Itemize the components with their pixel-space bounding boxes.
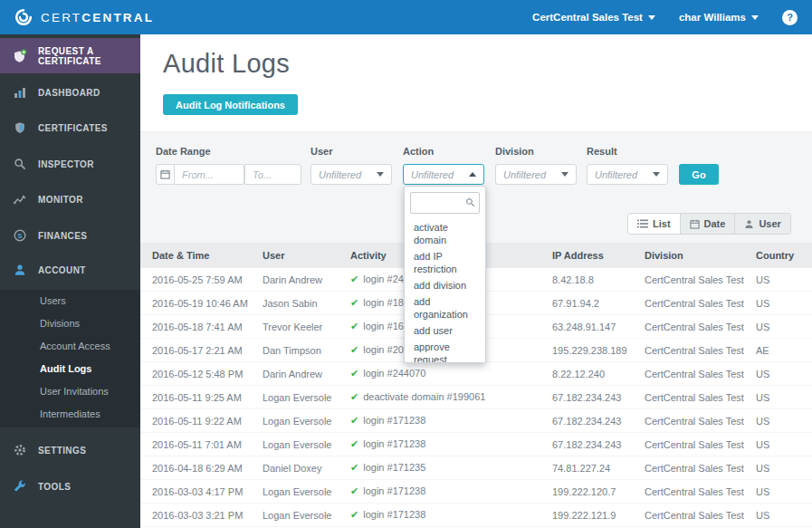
magnifier-icon — [13, 158, 27, 170]
dropdown-option[interactable]: approve request — [405, 339, 485, 363]
sidebar-item-finances[interactable]: S FINANCES — [0, 224, 140, 247]
calendar-icon — [160, 169, 170, 179]
sidebar-item-dashboard[interactable]: DASHBOARD — [0, 81, 140, 104]
audit-log-notifications-button[interactable]: Audit Log Notifications — [163, 94, 298, 115]
sidebar-item-users[interactable]: Users — [0, 290, 140, 312]
success-check-icon: ✔ — [350, 485, 358, 496]
col-header-country: Country — [744, 250, 812, 261]
sidebar-item-account[interactable]: ACCOUNT — [0, 258, 140, 282]
division-filter-select[interactable]: Unfiltered — [495, 164, 577, 185]
table-row[interactable]: 2016-05-11 7:01 AM Logan Eversole ✔login… — [140, 433, 812, 456]
sidebar-item-label: CERTIFICATES — [38, 123, 108, 133]
col-header-date-time: Date & Time — [140, 250, 251, 261]
gear-icon — [13, 444, 27, 456]
shield-plus-icon — [13, 49, 27, 63]
account-switcher-menu[interactable]: CertCentral Sales Test — [532, 12, 655, 23]
user-menu-label: char Williams — [679, 12, 746, 23]
sidebar-item-divisions[interactable]: Divisions — [0, 312, 140, 335]
action-dropdown-panel: activate domain add IP restriction add d… — [404, 186, 486, 363]
sidebar-item-account-access[interactable]: Account Access — [0, 335, 140, 358]
main-content: Audit Logs Audit Log Notifications Date … — [140, 34, 812, 528]
person-icon — [13, 264, 27, 276]
success-check-icon: ✔ — [350, 438, 358, 449]
table-row[interactable]: 2016-05-11 9:25 AM Logan Eversole ✔deact… — [140, 386, 812, 409]
success-check-icon: ✔ — [350, 321, 358, 331]
table-row[interactable]: 2016-04-18 6:29 AM Daniel Doxey ✔login #… — [140, 456, 812, 480]
sidebar-item-label: TOOLS — [38, 482, 71, 492]
success-check-icon: ✔ — [350, 509, 358, 520]
view-user-button[interactable]: User — [735, 214, 789, 234]
table-row[interactable]: 2016-03-03 3:21 PM Logan Eversole ✔login… — [140, 504, 812, 527]
sidebar-item-monitor[interactable]: MONITOR — [0, 187, 140, 211]
user-filter-label: User — [310, 146, 332, 157]
digicert-logo-icon — [14, 8, 33, 26]
success-check-icon: ✔ — [350, 368, 358, 379]
list-icon — [637, 219, 648, 228]
sidebar-item-label: REQUEST A CERTIFICATE — [38, 46, 140, 66]
action-filter-select[interactable]: Unfiltered — [403, 164, 484, 185]
brand[interactable]: CERTCENTRAL — [14, 8, 154, 26]
date-to-input[interactable] — [244, 164, 301, 185]
sidebar-item-tools[interactable]: TOOLS — [0, 475, 140, 498]
view-toggle-group: List Date — [627, 213, 791, 235]
dashboard-icon — [13, 86, 27, 99]
success-check-icon: ✔ — [350, 274, 358, 284]
sidebar-item-request-a-certificate[interactable]: REQUEST A CERTIFICATE — [0, 38, 140, 73]
sidebar-item-label: ACCOUNT — [38, 265, 86, 275]
chevron-down-icon — [648, 15, 655, 20]
sidebar-item-intermediates[interactable]: Intermediates — [0, 403, 140, 426]
search-icon — [465, 197, 475, 207]
dropdown-option[interactable]: add division — [405, 277, 485, 293]
sidebar-item-audit-logs[interactable]: Audit Logs — [0, 358, 140, 380]
user-filter-value: Unfiltered — [319, 169, 361, 180]
date-range-label: Date Range — [156, 146, 211, 157]
topbar-right: CertCentral Sales Test char Williams ? — [532, 10, 798, 25]
user-filter-select[interactable]: Unfiltered — [310, 164, 392, 185]
go-button[interactable]: Go — [679, 164, 719, 185]
action-filter-label: Action — [403, 146, 434, 157]
action-filter-value: Unfiltered — [411, 169, 454, 180]
sidebar-item-settings[interactable]: SETTINGS — [0, 438, 140, 462]
sidebar-item-certificates[interactable]: CERTIFICATES — [0, 116, 140, 139]
user-menu[interactable]: char Williams — [679, 12, 759, 23]
chevron-down-icon — [751, 15, 759, 20]
success-check-icon: ✔ — [350, 462, 358, 473]
success-check-icon: ✔ — [350, 297, 358, 308]
dropdown-option[interactable]: add user — [405, 322, 485, 339]
view-list-label: List — [653, 218, 671, 229]
view-date-button[interactable]: Date — [681, 214, 736, 234]
topbar: CERTCENTRAL CertCentral Sales Test char … — [0, 0, 812, 34]
sidebar-item-label: INSPECTOR — [38, 159, 94, 169]
help-icon[interactable]: ? — [782, 10, 798, 25]
sidebar-item-label: FINANCES — [38, 231, 87, 241]
sidebar-item-inspector[interactable]: INSPECTOR — [0, 152, 140, 176]
account-submenu: Users Divisions Account Access Audit Log… — [0, 290, 140, 427]
calendar-picker-button[interactable] — [156, 164, 175, 185]
person-icon — [744, 219, 754, 229]
calendar-icon — [690, 219, 700, 229]
col-header-division: Division — [633, 250, 744, 261]
table-row[interactable]: 2016-05-12 5:48 PM Darin Andrew ✔login #… — [140, 362, 812, 386]
brand-text: CERTCENTRAL — [41, 11, 154, 24]
col-header-ip-address: IP Address — [540, 250, 633, 261]
sidebar-item-label: DASHBOARD — [38, 88, 100, 98]
table-row[interactable]: 2016-03-03 4:17 PM Logan Eversole ✔login… — [140, 480, 812, 504]
pulse-graph-icon — [13, 193, 27, 206]
chevron-down-icon — [377, 172, 384, 177]
division-filter-label: Division — [495, 146, 534, 157]
view-user-label: User — [759, 218, 780, 229]
result-filter-select[interactable]: Unfiltered — [587, 164, 668, 185]
success-check-icon: ✔ — [350, 391, 358, 402]
dropdown-option[interactable]: activate domain — [405, 219, 485, 248]
table-row[interactable]: 2016-05-11 9:22 AM Logan Eversole ✔login… — [140, 409, 812, 433]
sidebar-item-user-invitations[interactable]: User Invitations — [0, 380, 140, 403]
dropdown-option[interactable]: add IP restriction — [405, 248, 485, 277]
date-from-input[interactable] — [174, 164, 244, 185]
sidebar-item-label: MONITOR — [38, 195, 83, 205]
dropdown-option[interactable]: add organization — [405, 293, 485, 322]
sidebar: REQUEST A CERTIFICATE DASHBOARD CERTIFIC… — [0, 34, 140, 528]
chevron-down-icon — [653, 172, 660, 177]
chevron-up-icon — [469, 172, 476, 177]
certcentral-app: CERTCENTRAL CertCentral Sales Test char … — [0, 0, 812, 528]
view-list-button[interactable]: List — [628, 214, 681, 234]
